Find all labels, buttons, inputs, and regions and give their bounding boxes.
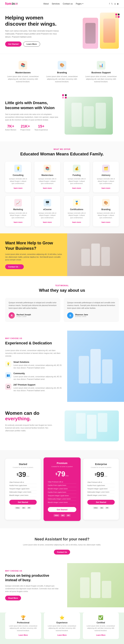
stat-experience: 15+ Years Experience — [34, 124, 48, 131]
feature-item: Blandit Integer Lorem lorem — [48, 487, 76, 491]
offer-title: Educated Woman Means Educated Family. — [5, 152, 119, 156]
certifications-learn-more[interactable]: learn more — [72, 221, 81, 223]
offer-funding: 💰 Funding Quisque venenatis odio et aliq… — [64, 162, 90, 192]
social-tw-icon[interactable]: 𝕏 — [111, 2, 113, 5]
mc-icon-ent: MC — [100, 507, 104, 509]
pricing-premium-price: $79/mo — [48, 470, 76, 478]
testimonial-1-info: Racheal Joseph Project Leader — [16, 314, 31, 317]
masterclass-learn-more[interactable]: learn more — [43, 187, 52, 189]
why-support-title: 24/7 Premium Support — [14, 384, 62, 386]
hero-get-started-button[interactable]: Get Started — [5, 42, 22, 47]
sub-certified-desc: Lorem ipsum dolor sit amet, consectetuer… — [86, 625, 116, 632]
pricing-started-button[interactable]: Get Started — [9, 500, 37, 504]
stat-projects: 21K+ Project Done — [20, 124, 30, 131]
hero-description: Nam cum varius erat partu. Sed vitae ven… — [5, 30, 60, 38]
nav-about[interactable]: About — [43, 2, 48, 5]
visa-icon-premium: VISA — [54, 514, 60, 517]
pricing-enterprise: Enterprise Created for sit amet ut parte… — [83, 459, 119, 520]
pricing-enterprise-features: Vitae Proinsum elit ut Facilisi Proin Li… — [87, 481, 115, 497]
offer-masterclass-desc: Quisque venenatis odio et aliquet feugia… — [38, 178, 57, 185]
why-image — [67, 330, 124, 402]
stat-projects-num: 21K+ — [20, 124, 30, 128]
feature-item: Facilisi Proin Ligula lorem — [48, 484, 76, 487]
cta-image — [67, 233, 124, 276]
pricing-enterprise-button[interactable]: Get Started — [87, 500, 115, 504]
service-business-desc: Lorem ipsum dolor sit amet, consectetuer… — [83, 75, 119, 83]
branding-learn-more[interactable]: learn more — [102, 221, 110, 223]
women-section: Women can doeverything. At continuity ve… — [0, 402, 124, 450]
pricing-premium-button[interactable]: Get Started — [48, 507, 76, 512]
offer-masterclass: 📚 Masterclass Quisque venenatis odio et … — [34, 162, 60, 192]
why-smart-title: Smart Solutions — [14, 361, 62, 363]
mc-icon-premium: MC — [60, 514, 65, 517]
cta-button[interactable]: Contact Us → — [5, 264, 24, 269]
sub-experience-learn-more[interactable]: Learn More — [57, 634, 67, 636]
why-feature-smart: 💡 Smart Solutions Lorem ipsum dolor sit … — [5, 361, 62, 369]
sub-professional-learn-more[interactable]: Learn More — [18, 634, 28, 636]
feature-item: Blandit Integer Lorem lorem — [87, 494, 115, 497]
social-ig-icon[interactable]: ◎ — [114, 2, 116, 5]
pricing-premium-desc: Created for sit amet ut partem — [48, 466, 76, 468]
feature-item: Blandit Integer Lorem lorem — [9, 494, 37, 497]
women-text: Women can doeverything. At continuity ve… — [5, 410, 60, 442]
cta-content: Want More Help to Grow Your Business? Lo… — [0, 233, 67, 276]
consulting-learn-more[interactable]: learn more — [14, 187, 22, 189]
advisory-learn-more[interactable]: learn more — [102, 187, 110, 189]
hero-learn-more-button[interactable]: Learn More — [23, 42, 40, 47]
pricing-section: Started Created for sit amet ut partem $… — [0, 450, 124, 528]
social-yt-icon[interactable]: ▶ — [117, 2, 119, 5]
social-fb-icon[interactable]: f — [109, 2, 110, 5]
offer-funding-title: Funding — [67, 174, 86, 176]
stat-active-women: 7K+ Active Women — [5, 124, 16, 131]
service-branding-desc: Lorem ipsum dolor sit amet, consectetuer… — [44, 75, 80, 83]
testimonials-section: TESTIMONIAL What they say about us Quisq… — [0, 276, 124, 330]
nav-services[interactable]: Services — [52, 2, 60, 5]
sub-certified: ✅ Certified Lorem ipsum dolor sit amet, … — [83, 612, 119, 639]
productive-button[interactable]: Read More — [5, 596, 21, 600]
visa-icon-ent: VISA — [93, 507, 98, 509]
feature-item: Facilisi Proin Ligula lorem — [48, 490, 76, 494]
feature-item: Vitae Proinsum elit ut — [87, 481, 115, 484]
why-intro: Lorem ipsum dolor sit amet, consectetuer… — [5, 349, 62, 358]
sub-certified-title: Certified — [86, 622, 116, 624]
about-section: Little girls with Dreams, become women w… — [0, 90, 124, 142]
sub-professional: 🏆 Professional Lorem ipsum dolor sit ame… — [5, 612, 41, 639]
about-image — [64, 97, 119, 134]
offer-marketing-desc: Quisque venenatis odio et aliquet feugia… — [8, 212, 28, 219]
service-masterclasses-title: Masterclasses — [5, 71, 41, 74]
testimonials-grid: Quisque venenatis pellentesque ut volutp… — [5, 298, 119, 322]
productive-desc: Quisque venenatis odio et aliquet feugia… — [5, 585, 62, 593]
service-masterclasses-desc: Lorem ipsum dolor sit amet, consectetuer… — [5, 75, 41, 83]
offer-tag: WHAT WE OFFER — [5, 148, 119, 150]
why-feature-community-info: Community Lorem ipsum dolor sit amet, co… — [14, 372, 62, 380]
marketing-learn-more[interactable]: learn more — [14, 221, 22, 223]
assistant-button[interactable]: Contact Us — [54, 550, 70, 554]
experience-icon: ⭐ — [47, 615, 77, 620]
sub-experience-desc: Lorem ipsum dolor sit amet, consectetuer… — [47, 625, 77, 632]
offer-certifications-desc: Quisque venenatis odio et aliquet feugia… — [67, 212, 86, 219]
feature-item: Torquent Integer Ligula lorem — [9, 487, 37, 490]
pricing-started-name: Started — [9, 463, 37, 466]
why-title: Experienced & Dedication — [5, 341, 62, 346]
funding-learn-more[interactable]: learn more — [72, 187, 81, 189]
productive-main: WHY CHOOSE US Focus on being productive … — [0, 563, 124, 607]
productive-image — [67, 563, 124, 607]
offer-advisory: 🗂️ Advisory Quisque venenatis odio et al… — [93, 162, 119, 192]
nav-contact[interactable]: Contact us — [63, 2, 73, 5]
testimonials-tag: TESTIMONIAL — [5, 285, 119, 286]
productive-title: Focus on being productive instead of bus… — [5, 573, 62, 582]
nav-pages[interactable]: Pages ▼ — [76, 2, 84, 5]
assistant-section: Need Assistant for your need? Lorem ipsu… — [0, 528, 124, 563]
pricing-premium-name: Premium — [48, 462, 76, 465]
sub-certified-learn-more[interactable]: Learn More — [96, 634, 106, 636]
ecourse-learn-more[interactable]: learn more — [43, 221, 52, 223]
pricing-premium-features: Vitae Proinsum elit ut Facilisi Proin Li… — [48, 480, 76, 504]
nav-logo[interactable]: fomin — [5, 2, 18, 6]
service-branding-title: Branding — [44, 71, 80, 74]
pricing-started-price: $39/mo — [9, 471, 37, 478]
pricing-started: Started Created for sit amet ut partem $… — [5, 459, 41, 520]
masterclass-icon: 📚 — [44, 165, 51, 172]
why-feature-support-info: 24/7 Premium Support Lorem ipsum dolor s… — [14, 384, 62, 392]
productive-sub-cards: 🏆 Professional Lorem ipsum dolor sit ame… — [0, 612, 124, 644]
testimonial-2: Quisque venenatis pellentesque ut volutp… — [64, 298, 119, 322]
